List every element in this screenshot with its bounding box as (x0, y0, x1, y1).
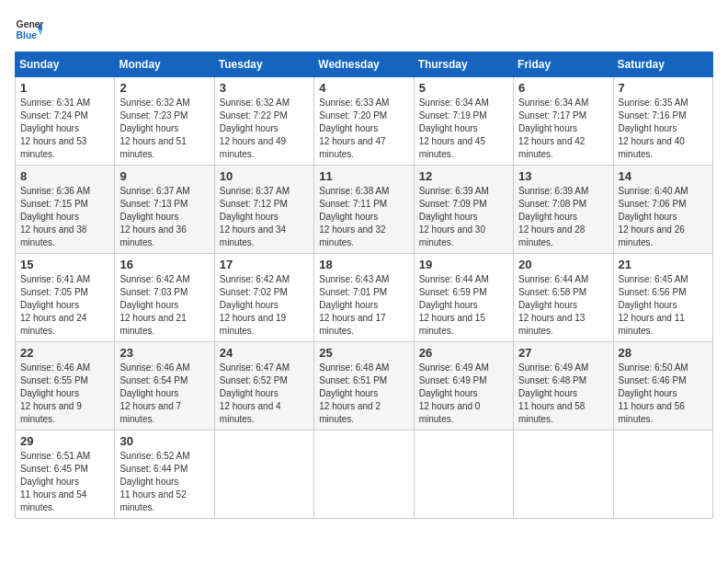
calendar-cell: 23 Sunrise: 6:46 AM Sunset: 6:54 PM Dayl… (115, 342, 214, 431)
day-number: 14 (619, 169, 708, 183)
calendar-cell: 28 Sunrise: 6:50 AM Sunset: 6:46 PM Dayl… (613, 342, 712, 431)
day-number: 30 (119, 434, 209, 448)
day-number: 3 (220, 81, 309, 95)
calendar-cell (414, 431, 513, 519)
day-number: 20 (518, 258, 608, 271)
calendar-cell (613, 431, 712, 519)
header-saturday: Saturday (613, 52, 712, 77)
day-number: 7 (619, 81, 708, 95)
calendar-cell: 26 Sunrise: 6:49 AM Sunset: 6:49 PM Dayl… (414, 342, 513, 431)
calendar-cell (314, 431, 414, 519)
day-info: Sunrise: 6:48 AM Sunset: 6:51 PM Dayligh… (319, 362, 408, 426)
calendar-cell: 21 Sunrise: 6:45 AM Sunset: 6:56 PM Dayl… (613, 254, 712, 342)
day-info: Sunrise: 6:44 AM Sunset: 6:58 PM Dayligh… (518, 273, 608, 338)
header-tuesday: Tuesday (214, 52, 313, 77)
day-info: Sunrise: 6:34 AM Sunset: 7:17 PM Dayligh… (518, 97, 608, 161)
day-info: Sunrise: 6:38 AM Sunset: 7:11 PM Dayligh… (319, 185, 408, 249)
calendar-week-3: 15 Sunrise: 6:41 AM Sunset: 7:05 PM Dayl… (16, 254, 713, 342)
day-number: 4 (319, 81, 408, 95)
header-sunday: Sunday (16, 52, 115, 77)
day-number: 1 (20, 81, 109, 95)
day-info: Sunrise: 6:39 AM Sunset: 7:08 PM Dayligh… (518, 185, 608, 249)
day-info: Sunrise: 6:36 AM Sunset: 7:15 PM Dayligh… (20, 185, 109, 249)
header-friday: Friday (514, 52, 613, 77)
header-monday: Monday (115, 52, 214, 77)
calendar-cell: 3 Sunrise: 6:32 AM Sunset: 7:22 PM Dayli… (214, 77, 313, 166)
day-info: Sunrise: 6:46 AM Sunset: 6:54 PM Dayligh… (119, 362, 209, 426)
day-info: Sunrise: 6:52 AM Sunset: 6:44 PM Dayligh… (119, 450, 209, 514)
calendar-cell: 19 Sunrise: 6:44 AM Sunset: 6:59 PM Dayl… (414, 254, 513, 342)
day-info: Sunrise: 6:43 AM Sunset: 7:01 PM Dayligh… (319, 273, 408, 338)
day-info: Sunrise: 6:37 AM Sunset: 7:12 PM Dayligh… (220, 185, 309, 249)
day-number: 11 (319, 169, 408, 183)
calendar-cell: 6 Sunrise: 6:34 AM Sunset: 7:17 PM Dayli… (514, 77, 613, 166)
day-info: Sunrise: 6:40 AM Sunset: 7:06 PM Dayligh… (619, 185, 708, 249)
calendar-header-row: SundayMondayTuesdayWednesdayThursdayFrid… (16, 52, 713, 77)
calendar-cell: 25 Sunrise: 6:48 AM Sunset: 6:51 PM Dayl… (314, 342, 414, 431)
day-number: 24 (220, 346, 309, 360)
day-number: 13 (518, 169, 608, 183)
calendar-cell: 4 Sunrise: 6:33 AM Sunset: 7:20 PM Dayli… (314, 77, 414, 166)
day-number: 6 (518, 81, 608, 95)
calendar-cell: 30 Sunrise: 6:52 AM Sunset: 6:44 PM Dayl… (115, 431, 214, 519)
day-info: Sunrise: 6:45 AM Sunset: 6:56 PM Dayligh… (619, 273, 708, 338)
day-number: 23 (119, 346, 209, 360)
day-number: 27 (518, 346, 608, 360)
day-info: Sunrise: 6:42 AM Sunset: 7:03 PM Dayligh… (119, 273, 209, 338)
day-number: 25 (319, 346, 408, 360)
day-info: Sunrise: 6:34 AM Sunset: 7:19 PM Dayligh… (419, 97, 508, 161)
calendar-cell: 13 Sunrise: 6:39 AM Sunset: 7:08 PM Dayl… (514, 166, 613, 254)
day-number: 16 (119, 258, 209, 271)
calendar-cell: 24 Sunrise: 6:47 AM Sunset: 6:52 PM Dayl… (214, 342, 313, 431)
logo-icon: General Blue (15, 15, 44, 44)
day-number: 18 (319, 258, 408, 271)
page-header: General Blue (15, 15, 713, 44)
calendar-cell: 17 Sunrise: 6:42 AM Sunset: 7:02 PM Dayl… (214, 254, 313, 342)
calendar-week-1: 1 Sunrise: 6:31 AM Sunset: 7:24 PM Dayli… (16, 77, 713, 166)
day-number: 26 (419, 346, 508, 360)
day-info: Sunrise: 6:49 AM Sunset: 6:48 PM Dayligh… (518, 362, 608, 426)
day-number: 9 (119, 169, 209, 183)
calendar-cell: 10 Sunrise: 6:37 AM Sunset: 7:12 PM Dayl… (214, 166, 313, 254)
calendar-cell: 22 Sunrise: 6:46 AM Sunset: 6:55 PM Dayl… (16, 342, 115, 431)
svg-text:Blue: Blue (17, 30, 38, 40)
day-number: 15 (20, 258, 109, 271)
calendar-cell (214, 431, 313, 519)
calendar-cell: 15 Sunrise: 6:41 AM Sunset: 7:05 PM Dayl… (16, 254, 115, 342)
calendar-cell: 9 Sunrise: 6:37 AM Sunset: 7:13 PM Dayli… (115, 166, 214, 254)
calendar-week-5: 29 Sunrise: 6:51 AM Sunset: 6:45 PM Dayl… (16, 431, 713, 519)
calendar-cell (514, 431, 613, 519)
day-info: Sunrise: 6:39 AM Sunset: 7:09 PM Dayligh… (419, 185, 508, 249)
calendar-cell: 1 Sunrise: 6:31 AM Sunset: 7:24 PM Dayli… (16, 77, 115, 166)
day-number: 8 (20, 169, 109, 183)
day-number: 10 (220, 169, 309, 183)
calendar-cell: 7 Sunrise: 6:35 AM Sunset: 7:16 PM Dayli… (613, 77, 712, 166)
day-number: 19 (419, 258, 508, 271)
day-number: 28 (619, 346, 708, 360)
day-info: Sunrise: 6:37 AM Sunset: 7:13 PM Dayligh… (119, 185, 209, 249)
calendar-week-4: 22 Sunrise: 6:46 AM Sunset: 6:55 PM Dayl… (16, 342, 713, 431)
day-info: Sunrise: 6:51 AM Sunset: 6:45 PM Dayligh… (20, 450, 109, 514)
calendar-table: SundayMondayTuesdayWednesdayThursdayFrid… (15, 52, 713, 519)
day-number: 12 (419, 169, 508, 183)
day-info: Sunrise: 6:44 AM Sunset: 6:59 PM Dayligh… (419, 273, 508, 338)
day-info: Sunrise: 6:33 AM Sunset: 7:20 PM Dayligh… (319, 97, 408, 161)
calendar-cell: 8 Sunrise: 6:36 AM Sunset: 7:15 PM Dayli… (16, 166, 115, 254)
calendar-cell: 29 Sunrise: 6:51 AM Sunset: 6:45 PM Dayl… (16, 431, 115, 519)
calendar-cell: 16 Sunrise: 6:42 AM Sunset: 7:03 PM Dayl… (115, 254, 214, 342)
day-number: 5 (419, 81, 508, 95)
calendar-cell: 20 Sunrise: 6:44 AM Sunset: 6:58 PM Dayl… (514, 254, 613, 342)
day-info: Sunrise: 6:32 AM Sunset: 7:22 PM Dayligh… (220, 97, 309, 161)
logo: General Blue (15, 15, 44, 44)
calendar-cell: 18 Sunrise: 6:43 AM Sunset: 7:01 PM Dayl… (314, 254, 414, 342)
day-number: 29 (20, 434, 109, 448)
day-info: Sunrise: 6:35 AM Sunset: 7:16 PM Dayligh… (619, 97, 708, 161)
calendar-cell: 2 Sunrise: 6:32 AM Sunset: 7:23 PM Dayli… (115, 77, 214, 166)
day-number: 21 (619, 258, 708, 271)
header-thursday: Thursday (414, 52, 513, 77)
svg-marker-3 (39, 29, 43, 35)
calendar-cell: 5 Sunrise: 6:34 AM Sunset: 7:19 PM Dayli… (414, 77, 513, 166)
day-info: Sunrise: 6:47 AM Sunset: 6:52 PM Dayligh… (220, 362, 309, 426)
day-number: 17 (220, 258, 309, 271)
calendar-week-2: 8 Sunrise: 6:36 AM Sunset: 7:15 PM Dayli… (16, 166, 713, 254)
